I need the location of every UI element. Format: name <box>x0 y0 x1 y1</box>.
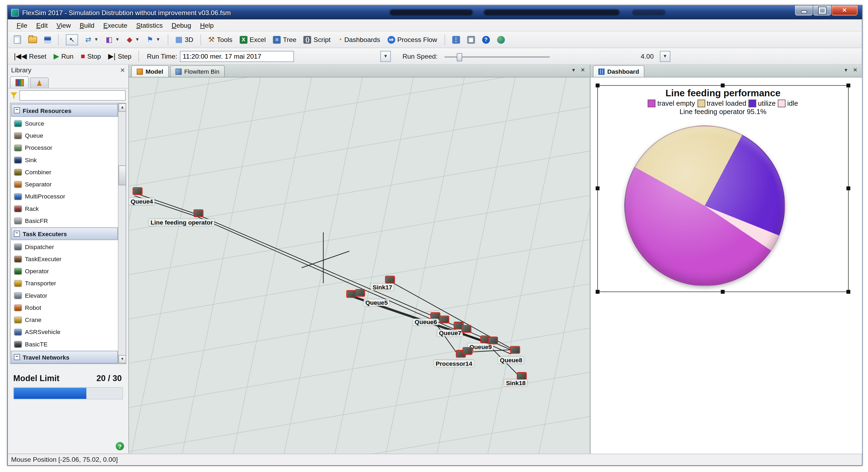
flags-tool-button[interactable]: ⚑▼ <box>144 34 163 45</box>
selection-handle[interactable] <box>846 290 850 294</box>
selection-handle[interactable] <box>721 290 724 294</box>
script-button[interactable]: {}Script <box>301 34 334 45</box>
pie-chart-widget[interactable]: Line feeding performance travel emptytra… <box>597 85 848 292</box>
dashboards-button[interactable]: ◔Dashboards <box>335 34 383 45</box>
library-scrollbar[interactable]: ▲▼ <box>118 104 126 364</box>
library-item-queue[interactable]: Queue <box>10 129 118 141</box>
library-item-processor[interactable]: Processor <box>10 142 118 154</box>
selection-handle[interactable] <box>846 83 850 88</box>
library-item-separator[interactable]: Separator <box>10 178 118 190</box>
library-item-transporter[interactable]: Transporter <box>10 277 118 289</box>
library-section-task-executers[interactable]: −Task Executers <box>11 227 118 240</box>
excel-button[interactable]: XExcel <box>237 34 269 45</box>
connections-tool-button[interactable]: ⇄▼ <box>82 34 101 45</box>
model-object-queue7[interactable] <box>455 323 463 329</box>
menu-help[interactable]: Help <box>196 20 218 30</box>
ports-tool-button[interactable]: ◧▼ <box>103 34 122 45</box>
pane-menu-icon[interactable]: ▾ <box>845 67 847 73</box>
tab-model[interactable]: Model <box>131 65 168 77</box>
model-object-queue4[interactable] <box>133 188 142 194</box>
media-button[interactable]: ▣ <box>464 34 477 45</box>
model-object[interactable] <box>489 338 497 344</box>
maximize-button[interactable] <box>813 6 831 15</box>
tree-button[interactable]: ≡Tree <box>270 34 299 45</box>
run-button[interactable]: ▶Run <box>51 50 76 62</box>
menu-edit[interactable]: Edit <box>32 20 52 30</box>
model-object-queue9[interactable] <box>481 336 489 343</box>
scroll-down-icon[interactable]: ▼ <box>118 355 126 363</box>
dashboard-content[interactable]: Line feeding performance travel emptytra… <box>591 77 862 454</box>
run-speed-dropdown[interactable]: ▼ <box>660 50 670 62</box>
3d-view-button[interactable]: ▦3D <box>173 34 196 45</box>
menu-build[interactable]: Build <box>75 20 99 30</box>
selection-handle[interactable] <box>596 187 599 190</box>
selection-handle[interactable] <box>846 187 850 190</box>
library-item-taskexecuter[interactable]: TaskExecuter <box>10 253 118 265</box>
model-object[interactable] <box>462 326 470 332</box>
menu-file[interactable]: File <box>12 20 32 30</box>
library-objects-tab[interactable] <box>10 76 29 88</box>
pane-close-icon[interactable]: ✕ <box>581 67 585 73</box>
minimize-button[interactable] <box>795 6 813 15</box>
model-object-line-feeding-operator[interactable] <box>194 210 203 216</box>
library-item-combiner[interactable]: Combiner <box>10 166 118 178</box>
library-filter-input[interactable] <box>20 90 126 101</box>
collapse-icon[interactable]: − <box>14 231 20 237</box>
collapse-icon[interactable]: − <box>14 354 20 360</box>
library-item-multiprocessor[interactable]: MultiProcessor <box>10 191 118 203</box>
online-button[interactable] <box>494 34 507 45</box>
tab-flowitem-bin[interactable]: FlowItem Bin <box>170 65 225 77</box>
model-object[interactable] <box>356 290 365 296</box>
scroll-thumb[interactable] <box>118 165 126 185</box>
reset-button[interactable]: |◀◀Reset <box>11 50 49 62</box>
menu-execute[interactable]: Execute <box>99 20 132 30</box>
run-time-input[interactable] <box>180 50 294 62</box>
help-button[interactable]: ? <box>479 34 493 45</box>
library-item-crane[interactable]: Crane <box>10 313 118 326</box>
pane-close-icon[interactable]: ✕ <box>853 67 858 73</box>
library-item-operator[interactable]: Operator <box>10 265 118 277</box>
step-button[interactable]: ▶|Step <box>105 50 134 62</box>
menu-debug[interactable]: Debug <box>167 20 196 30</box>
selection-handle[interactable] <box>596 290 599 294</box>
library-section-travel-networks[interactable]: −Travel Networks <box>11 351 118 363</box>
library-item-dispatcher[interactable]: Dispatcher <box>10 241 118 253</box>
model-object-queue8[interactable] <box>511 347 519 353</box>
process-flow-button[interactable]: ⇒Process Flow <box>384 34 440 45</box>
run-speed-slider[interactable] <box>445 51 550 61</box>
library-help[interactable]: ? <box>116 442 124 450</box>
library-item-rack[interactable]: Rack <box>10 203 118 214</box>
model-object-sink17[interactable] <box>386 276 394 283</box>
model-object[interactable] <box>463 348 472 354</box>
scroll-up-icon[interactable]: ▲ <box>118 104 126 112</box>
library-item-robot[interactable]: Robot <box>10 302 118 313</box>
network-nodes-button[interactable]: ⋮ <box>449 34 462 45</box>
library-item-basicte[interactable]: BasicTE <box>10 338 118 350</box>
selection-handle[interactable] <box>596 83 599 88</box>
selection-handle[interactable] <box>721 83 724 88</box>
close-button[interactable]: × <box>831 6 858 15</box>
new-model-button[interactable] <box>11 34 24 45</box>
stop-button[interactable]: ■Stop <box>78 50 104 62</box>
open-model-button[interactable] <box>26 35 40 45</box>
menu-statistics[interactable]: Statistics <box>132 20 167 30</box>
library-section-fixed-resources[interactable]: −Fixed Resources <box>11 104 118 117</box>
model-object[interactable] <box>440 316 448 323</box>
slider-thumb[interactable] <box>457 53 463 61</box>
model-object-sink18[interactable] <box>518 373 526 379</box>
run-time-dropdown[interactable]: ▼ <box>380 50 391 62</box>
select-tool-button[interactable]: ↖ <box>63 32 81 46</box>
model-object-queue6[interactable] <box>431 313 439 319</box>
save-model-button[interactable] <box>41 35 54 45</box>
model-object-queue5[interactable] <box>347 291 355 297</box>
library-people-tab[interactable]: ♟ <box>30 77 49 88</box>
model-3d-viewport[interactable]: Queue4Line feeding operatorSink17Queue5Q… <box>129 77 589 454</box>
tab-dashboard[interactable]: Dashboard <box>593 65 645 77</box>
objects-tool-button[interactable]: ◆▼ <box>124 34 143 45</box>
menu-view[interactable]: View <box>52 20 75 30</box>
library-close-icon[interactable]: ✕ <box>120 67 125 74</box>
tools-button[interactable]: ⚒Tools <box>205 34 235 45</box>
title-bar[interactable]: FlexSim 2017 - Simulation Distrubtion wi… <box>8 6 862 20</box>
collapse-icon[interactable]: − <box>14 107 20 113</box>
library-item-asrsvehicle[interactable]: ASRSvehicle <box>10 326 118 338</box>
